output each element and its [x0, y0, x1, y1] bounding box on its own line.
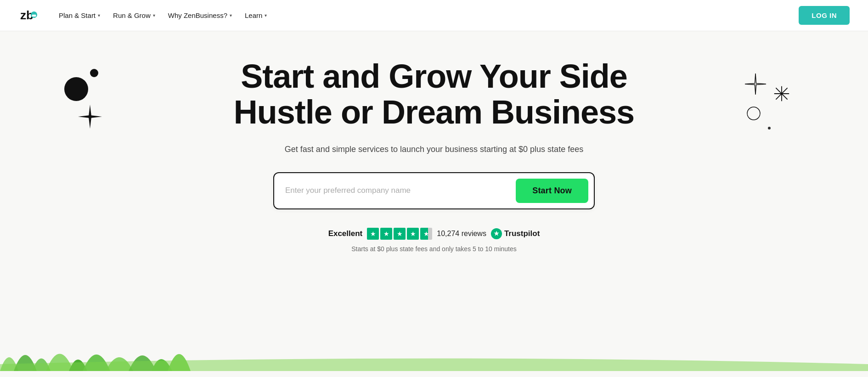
deco-star-right-icon [744, 73, 767, 96]
nav-item-plan-start[interactable]: Plan & Start ▾ [53, 8, 106, 23]
login-button[interactable]: LOG IN [799, 6, 850, 25]
nav-item-run-grow[interactable]: Run & Grow ▾ [107, 8, 161, 23]
trust-fine-print: Starts at $0 plus state fees and only ta… [351, 245, 517, 253]
grass-decoration [0, 334, 868, 371]
trustpilot-row: Excellent ★ ★ ★ ★ ★ 10,274 reviews ★ Tru… [328, 228, 540, 240]
chevron-down-icon: ▾ [153, 13, 155, 18]
nav-left: zb Plan & Start ▾ Run & Grow ▾ Why ZenBu… [18, 6, 272, 26]
star-3: ★ [394, 228, 406, 240]
trustpilot-logo: ★ Trustpilot [491, 228, 540, 239]
trustpilot-label: Trustpilot [504, 229, 540, 238]
logo[interactable]: zb [18, 6, 39, 26]
company-name-input[interactable] [285, 182, 510, 199]
nav-links: Plan & Start ▾ Run & Grow ▾ Why ZenBusin… [53, 8, 272, 23]
nav-item-learn[interactable]: Learn ▾ [239, 8, 272, 23]
navbar: zb Plan & Start ▾ Run & Grow ▾ Why ZenBu… [0, 0, 868, 31]
svg-point-2 [31, 11, 37, 18]
svg-line-8 [776, 88, 787, 99]
hero-subtitle: Get fast and simple services to launch y… [285, 143, 583, 156]
hero-section: Start and Grow Your Side Hustle or Dream… [0, 31, 868, 371]
trustpilot-star-icon: ★ [491, 228, 502, 239]
nav-label-learn: Learn [245, 11, 262, 19]
deco-filled-circle [64, 77, 88, 101]
chevron-down-icon: ▾ [265, 13, 267, 18]
star-rating: ★ ★ ★ ★ ★ [367, 228, 432, 240]
nav-label-run-grow: Run & Grow [113, 11, 151, 19]
star-4: ★ [407, 228, 419, 240]
deco-small-circle [90, 69, 98, 77]
chevron-down-icon: ▾ [98, 13, 100, 18]
svg-point-4 [34, 14, 36, 17]
nav-label-why-zenbusiness: Why ZenBusiness? [168, 11, 227, 19]
start-now-button[interactable]: Start Now [516, 179, 588, 203]
svg-line-7 [776, 88, 787, 99]
deco-asterisk-right-icon [773, 85, 790, 102]
chevron-down-icon: ▾ [230, 13, 232, 18]
company-name-form: Start Now [273, 172, 595, 209]
star-5-half: ★ [420, 228, 432, 240]
trust-reviews-count: 10,274 reviews [437, 230, 486, 238]
star-2: ★ [380, 228, 392, 240]
star-1: ★ [367, 228, 379, 240]
svg-point-9 [747, 107, 760, 120]
trust-excellent-label: Excellent [328, 229, 363, 238]
nav-item-why-zenbusiness[interactable]: Why ZenBusiness? ▾ [163, 8, 237, 23]
deco-sparkle-left-icon [77, 104, 103, 129]
deco-circle-outline-icon [746, 106, 761, 121]
nav-label-plan-start: Plan & Start [59, 11, 96, 19]
hero-title: Start and Grow Your Side Hustle or Dream… [234, 59, 634, 130]
deco-dot-right [768, 127, 771, 129]
